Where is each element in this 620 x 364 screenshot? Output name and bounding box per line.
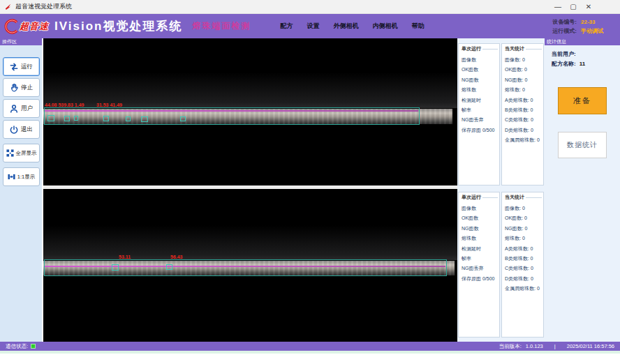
user-icon — [9, 104, 19, 114]
statusbar: 通信状态: 当前版本: 1.0.123 | 2025/02/11 16:57:5… — [0, 342, 620, 351]
menu-item[interactable]: 外侧相机 — [333, 22, 358, 31]
menu-item[interactable]: 内侧相机 — [372, 22, 397, 31]
ready-button[interactable]: 准备 — [558, 87, 607, 114]
run-cycle-icon — [9, 62, 19, 72]
one-to-one-button[interactable]: 1:1显示 — [3, 167, 40, 186]
today-stats-rows: 图像数: 0OK图数: 0NG图数: 0熔珠数: 0A类熔珠数: 0B类熔珠数:… — [505, 204, 543, 294]
run-mode-label: 运行模式: — [552, 26, 577, 36]
bead-edge-line — [45, 266, 445, 267]
bead-detection-box — [180, 116, 186, 121]
status-separator: | — [554, 343, 556, 349]
today-stats-panel: 当天统计 图像数: 0OK图数: 0NG图数: 0熔珠数: 0A类熔珠数: 0B… — [501, 192, 544, 338]
stat-row: NG图数: 0 — [505, 75, 543, 85]
info-rows: 当前用户: 配方名称: 11 — [545, 45, 620, 69]
stat-row: 图像数 — [462, 55, 499, 65]
run-button-label: 运行 — [21, 63, 33, 71]
bead-detection-box — [74, 116, 78, 121]
stop-hand-icon — [9, 83, 19, 93]
fullscreen-grid-icon — [6, 149, 15, 158]
stat-row: OK图数: 0 — [505, 213, 543, 223]
measurement-annotation: 31.53 41.49 — [96, 103, 122, 107]
close-button[interactable]: ✕ — [581, 1, 596, 13]
stat-row: NG图数: 0 — [505, 224, 543, 234]
stat-row: 金属屑熔珠数: 0 — [505, 284, 543, 294]
stat-row: C类熔珠数: 0 — [505, 115, 543, 125]
bead-detection-box — [112, 264, 119, 271]
measurement-annotation: 56.43 — [170, 255, 183, 259]
comm-status-indicator — [31, 344, 36, 349]
stat-row: D类熔珠数: 0 — [505, 126, 543, 135]
one-to-one-icon — [7, 172, 16, 181]
single-run-title: 单次运行 — [462, 45, 499, 52]
content: 操作区 运行 停止 — [0, 38, 620, 342]
data-statistics-button[interactable]: 数据统计 — [558, 132, 607, 158]
stat-row: OK图数: 0 — [505, 65, 543, 75]
info-panel-title: 统计信息 — [545, 38, 620, 45]
menu-item[interactable]: 帮助 — [411, 22, 424, 31]
main-header: 超音速 IVision视觉处理系统 熔珠端面检测 配方设置外侧相机内侧相机帮助 … — [0, 14, 620, 38]
stop-button[interactable]: 停止 — [3, 78, 40, 97]
stat-row: 熔珠数: 0 — [505, 85, 543, 95]
app-window: 超音速视觉处理系统 — ▢ ✕ 超音速 IVision视觉处理系统 熔珠端面检测… — [0, 0, 620, 364]
bead-detection-box — [126, 116, 131, 121]
run-button[interactable]: 运行 — [3, 57, 40, 76]
recipe-name-label: 配方名称: — [552, 59, 576, 69]
stat-row: 熔珠数: 0 — [505, 234, 543, 243]
window-title: 超音速视觉处理系统 — [15, 2, 72, 11]
fullscreen-button-label: 全屏显示 — [16, 150, 37, 157]
fullscreen-button[interactable]: 全屏显示 — [3, 144, 40, 162]
maximize-button[interactable]: ▢ — [566, 1, 581, 13]
viewport-outer-camera: 44.08 539.83 1.49 31.53 41.49 — [43, 38, 457, 185]
today-stats-title: 当天统计 — [505, 45, 543, 52]
power-icon — [9, 125, 19, 135]
one-to-one-button-label: 1:1显示 — [17, 174, 35, 181]
stat-row: NG图丢弃 — [462, 264, 499, 273]
stat-row: B类熔珠数: 0 — [505, 105, 543, 115]
app-title: IVision视觉处理系统 — [54, 18, 182, 34]
camera-viewports: 44.08 539.83 1.49 31.53 41.49 53.11 56.4… — [43, 38, 457, 342]
stat-row: 图像数: 0 — [505, 55, 543, 65]
stats-column: 单次运行 图像数OK图数NG图数熔珠数检测延时帧率NG图丢弃保存原图 0/500… — [457, 38, 545, 342]
stat-row: 保存原图 0/500 — [462, 274, 499, 284]
measurement-annotation: 53.11 — [119, 255, 131, 259]
single-run-panel: 单次运行 图像数OK图数NG图数熔珠数检测延时帧率NG图丢弃保存原图 0/500 — [458, 43, 500, 185]
stat-row: 熔珠数 — [462, 234, 499, 243]
today-stats-rows: 图像数: 0OK图数: 0NG图数: 0熔珠数: 0A类熔珠数: 0B类熔珠数:… — [505, 55, 543, 146]
stat-row: 检测延时 — [462, 244, 499, 254]
device-id-label: 设备编号: — [552, 17, 577, 26]
window-controls: — ▢ ✕ — [550, 1, 596, 13]
brand: 超音速 — [3, 18, 49, 35]
measurement-annotation: 44.08 539.83 1.49 — [45, 103, 84, 107]
today-stats-panel: 当天统计 图像数: 0OK图数: 0NG图数: 0熔珠数: 0A类熔珠数: 0B… — [501, 43, 544, 185]
current-user-label: 当前用户: — [552, 50, 576, 59]
version-value: 1.0.123 — [526, 343, 543, 349]
stats-panel-top: 单次运行 图像数OK图数NG图数熔珠数检测延时帧率NG图丢弃保存原图 0/500… — [457, 38, 545, 185]
sidebar: 操作区 运行 停止 — [0, 38, 42, 342]
single-run-rows: 图像数OK图数NG图数熔珠数检测延时帧率NG图丢弃保存原图 0/500 — [462, 204, 499, 284]
stat-row: 熔珠数 — [462, 85, 499, 95]
stat-row: 检测延时 — [462, 96, 499, 105]
today-stats-title: 当天统计 — [505, 194, 543, 201]
bottom-fill — [0, 354, 620, 364]
viewport-inner-camera: 53.11 56.43 — [43, 189, 457, 342]
app-subtitle: 熔珠端面检测 — [192, 20, 251, 32]
stat-row: 金属屑熔珠数: 0 — [505, 135, 543, 145]
stat-row: OK图数 — [462, 65, 499, 75]
version-label: 当前版本: — [499, 343, 522, 350]
single-run-panel: 单次运行 图像数OK图数NG图数熔珠数检测延时帧率NG图丢弃保存原图 0/500 — [458, 192, 500, 338]
menu-item[interactable]: 设置 — [307, 22, 319, 31]
exit-button[interactable]: 退出 — [3, 120, 40, 139]
menu-item[interactable]: 配方 — [280, 22, 293, 31]
app-logo-icon — [4, 3, 12, 10]
menu-bar: 配方设置外侧相机内侧相机帮助 — [280, 22, 424, 31]
bead-edge-line — [45, 110, 418, 112]
stat-row: 帧率 — [462, 105, 499, 115]
recipe-name-value: 11 — [580, 59, 585, 69]
minimize-button[interactable]: — — [550, 1, 566, 13]
user-button[interactable]: 用户 — [3, 99, 40, 118]
device-info: 设备编号: 22-33 运行模式: 手动调试 — [552, 17, 620, 36]
stat-row: A类熔珠数: 0 — [505, 96, 543, 105]
bead-detection-box — [166, 264, 172, 270]
stat-row: C类熔珠数: 0 — [505, 264, 543, 273]
comm-status-label: 通信状态: — [6, 343, 28, 350]
